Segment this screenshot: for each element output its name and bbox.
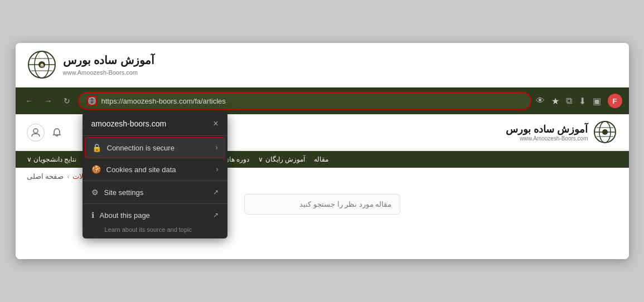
cookies-chevron-icon: ›: [216, 165, 219, 173]
popup-item-about-left: ℹ About this page: [91, 211, 150, 220]
site-logo-url: www.Amoozesh-Boors.com: [506, 135, 588, 142]
top-logo-url: www.Amoozesh-Boors.com: [63, 69, 138, 76]
popup-item-cookies-left: 🍪 Cookies and site data: [91, 165, 176, 174]
popup-close-button[interactable]: ×: [213, 119, 218, 129]
svg-text:🏠: 🏠: [39, 62, 44, 67]
user-avatar[interactable]: [27, 124, 45, 142]
info-icon: ℹ: [91, 211, 94, 220]
breadcrumb-separator: ›: [67, 172, 69, 181]
popup-header: amoozesh-boors.com ×: [83, 112, 227, 136]
site-logo-text: آموزش ساده بورس www.Amoozesh-Boors.com: [506, 123, 588, 142]
search-input[interactable]: [244, 194, 400, 215]
popup-menu: amoozesh-boors.com × 🔒 Connection is sec…: [83, 112, 227, 238]
nav-item-amoozesh[interactable]: آموزش رایگان ∨: [258, 155, 305, 163]
address-bar: ← → ↻ https://amoozesh-boors.com/fa/arti…: [16, 87, 629, 114]
download-icon[interactable]: ⬇: [579, 96, 586, 106]
popup-cookies-label: Cookies and site data: [106, 165, 176, 174]
back-button[interactable]: ←: [22, 94, 37, 108]
toolbar-icons: 👁 ★ ⧉ ⬇ ▣ F: [536, 94, 622, 108]
connection-chevron-icon: ›: [216, 144, 218, 152]
sidebar-icon[interactable]: ▣: [593, 96, 601, 106]
popup-item-settings-left: ⚙ Site settings: [91, 188, 144, 197]
refresh-button[interactable]: ↻: [60, 94, 74, 108]
top-logo-title: آموزش ساده بورس: [63, 53, 154, 67]
popup-domain: amoozesh-boors.com: [91, 119, 167, 128]
about-external-icon: ↗: [213, 211, 219, 219]
breadcrumb-home[interactable]: صفحه اصلی: [27, 172, 64, 181]
logo-bar: 🏠 آموزش ساده بورس www.Amoozesh-Boors.com: [16, 43, 629, 87]
url-box[interactable]: https://amoozesh-boors.com/fa/articles: [78, 92, 531, 110]
site-logo-globe-icon: [593, 120, 618, 145]
star-icon[interactable]: ★: [551, 96, 559, 106]
popup-about-sublabel: Learn about its source and topic: [83, 225, 227, 238]
nav-item-natayej[interactable]: نتایج دانشجویان ∨: [27, 155, 77, 163]
popup-settings-label: Site settings: [104, 188, 144, 197]
eye-icon[interactable]: 👁: [536, 96, 545, 106]
top-logo: 🏠 آموزش ساده بورس www.Amoozesh-Boors.com: [27, 50, 154, 80]
svg-point-10: [33, 129, 38, 133]
site-logo-title: آموزش ساده بورس: [506, 123, 588, 135]
top-logo-globe-icon: 🏠: [27, 50, 57, 80]
lock-icon: 🔒: [92, 143, 101, 152]
cookie-icon: 🍪: [91, 165, 101, 174]
popup-about-label: About this page: [100, 211, 150, 220]
website-nav-left: [27, 124, 65, 142]
popup-item-settings[interactable]: ⚙ Site settings ↗: [83, 182, 227, 202]
browser-window: 🏠 آموزش ساده بورس www.Amoozesh-Boors.com…: [16, 43, 629, 259]
popup-divider-2: [83, 203, 227, 204]
forward-button[interactable]: →: [41, 94, 56, 108]
url-text: https://amoozesh-boors.com/fa/articles: [101, 97, 226, 105]
popup-item-about[interactable]: ℹ About this page ↗: [83, 205, 227, 225]
profile-button[interactable]: F: [608, 94, 622, 108]
nav-item-moghaleh[interactable]: مقاله: [314, 155, 328, 163]
popup-divider-1: [83, 181, 227, 181]
popup-connection-label: Connection is secure: [107, 144, 175, 152]
top-logo-text-area: آموزش ساده بورس www.Amoozesh-Boors.com: [63, 53, 154, 77]
site-favicon: [87, 96, 97, 106]
gear-icon: ⚙: [91, 188, 99, 197]
settings-external-icon: ↗: [213, 188, 219, 196]
popup-item-cookies[interactable]: 🍪 Cookies and site data ›: [83, 159, 227, 179]
popup-item-connection[interactable]: 🔒 Connection is secure ›: [85, 137, 225, 158]
website-logo-right: آموزش ساده بورس www.Amoozesh-Boors.com: [506, 120, 617, 145]
bell-icon[interactable]: [49, 125, 65, 140]
svg-point-16: [602, 129, 608, 135]
window-icon[interactable]: ⧉: [566, 96, 572, 106]
popup-item-connection-left: 🔒 Connection is secure: [92, 143, 175, 152]
